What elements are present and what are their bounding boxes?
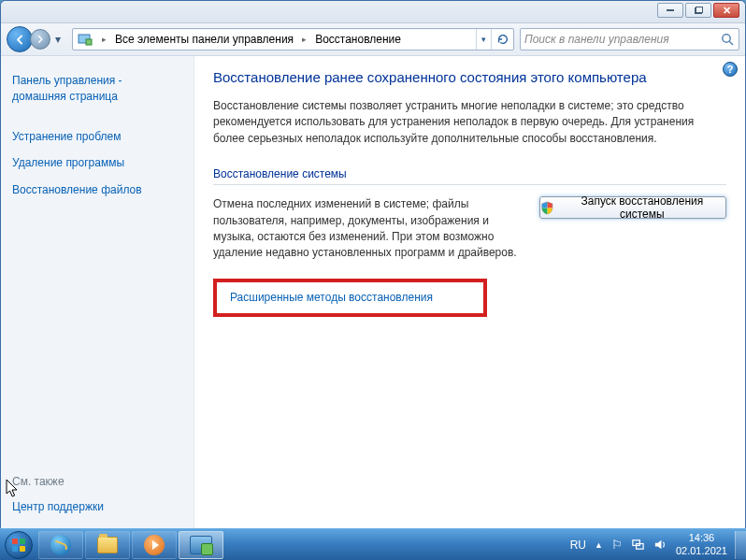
tray-overflow-icon[interactable]: ▲: [595, 540, 603, 550]
show-desktop-button[interactable]: [735, 531, 746, 559]
svg-line-3: [729, 41, 733, 45]
system-restore-description: Отмена последних изменений в системе; фа…: [213, 196, 521, 262]
shield-icon: [540, 201, 554, 215]
help-icon[interactable]: ?: [723, 62, 738, 77]
taskbar-item-ie[interactable]: [38, 531, 83, 559]
highlighted-region: Расширенные методы восстановления: [213, 279, 487, 317]
svg-point-2: [723, 35, 730, 42]
chevron-right-icon: ▸: [97, 35, 111, 44]
refresh-button[interactable]: [491, 29, 513, 50]
maximize-button[interactable]: [685, 3, 711, 18]
breadcrumb-item-all[interactable]: Все элементы панели управления: [111, 33, 297, 46]
system-tray: RU ▲ ⚐ 14:36 02.01.2021: [563, 532, 735, 556]
search-input[interactable]: [524, 33, 720, 46]
network-icon[interactable]: [631, 538, 645, 552]
sidebar: Панель управления - домашняя страница Ус…: [1, 56, 194, 532]
section-heading-system-restore: Восстановление системы: [213, 167, 726, 185]
page-description: Восстановление системы позволяет устрани…: [213, 98, 726, 147]
action-center-flag-icon[interactable]: ⚐: [611, 538, 623, 552]
breadcrumb-dropdown[interactable]: ▾: [476, 29, 491, 50]
forward-button[interactable]: [30, 29, 50, 50]
search-box[interactable]: [520, 28, 739, 50]
breadcrumb[interactable]: ▸ Все элементы панели управления ▸ Восст…: [72, 28, 514, 50]
volume-icon[interactable]: [653, 538, 667, 552]
minimize-button[interactable]: [657, 3, 683, 18]
control-panel-home-link[interactable]: Панель управления - домашняя страница: [12, 73, 182, 105]
clock-date: 02.01.2021: [676, 545, 727, 557]
advanced-recovery-link[interactable]: Расширенные методы восстановления: [230, 291, 433, 304]
taskbar-item-mediaplayer[interactable]: [132, 531, 177, 559]
breadcrumb-item-recovery[interactable]: Восстановление: [311, 33, 405, 46]
launch-system-restore-button[interactable]: Запуск восстановления системы: [539, 196, 726, 219]
sidebar-home-line1: Панель управления -: [12, 74, 122, 87]
media-player-icon: [144, 535, 165, 555]
sidebar-item-uninstall[interactable]: Удаление программы: [12, 155, 182, 171]
folder-icon: [97, 537, 118, 553]
window-titlebar: ✕: [1, 1, 745, 23]
start-button[interactable]: [0, 529, 37, 561]
clock-time: 14:36: [676, 532, 727, 544]
control-panel-window: ✕ ▾ ▸ Все элементы панели управления ▸ В…: [0, 0, 746, 533]
control-panel-icon: [190, 536, 212, 554]
svg-rect-1: [86, 39, 92, 45]
internet-explorer-icon: [50, 535, 71, 555]
page-title: Восстановление ранее сохраненного состоя…: [213, 69, 726, 85]
sidebar-item-troubleshoot[interactable]: Устранение проблем: [12, 129, 182, 145]
taskbar-item-control-panel[interactable]: [179, 531, 223, 559]
taskbar-clock[interactable]: 14:36 02.01.2021: [676, 532, 727, 556]
taskbar: RU ▲ ⚐ 14:36 02.01.2021: [0, 528, 746, 560]
history-dropdown[interactable]: ▾: [53, 33, 63, 46]
search-icon: [720, 32, 735, 47]
language-indicator[interactable]: RU: [570, 538, 586, 552]
see-also-label: См. также: [12, 475, 182, 488]
sidebar-home-line2: домашняя страница: [12, 90, 118, 103]
sidebar-item-action-center[interactable]: Центр поддержки: [12, 499, 182, 515]
control-panel-icon: [77, 31, 93, 48]
address-bar: ▾ ▸ Все элементы панели управления ▸ Вос…: [1, 23, 745, 56]
main-content: ? Восстановление ранее сохраненного сост…: [194, 56, 745, 532]
chevron-right-icon: ▸: [297, 35, 311, 44]
close-button[interactable]: ✕: [713, 3, 739, 18]
back-button[interactable]: [7, 26, 33, 52]
taskbar-item-explorer[interactable]: [85, 531, 130, 559]
launch-restore-label: Запуск восстановления системы: [559, 194, 725, 221]
sidebar-item-file-recovery[interactable]: Восстановление файлов: [12, 182, 182, 198]
